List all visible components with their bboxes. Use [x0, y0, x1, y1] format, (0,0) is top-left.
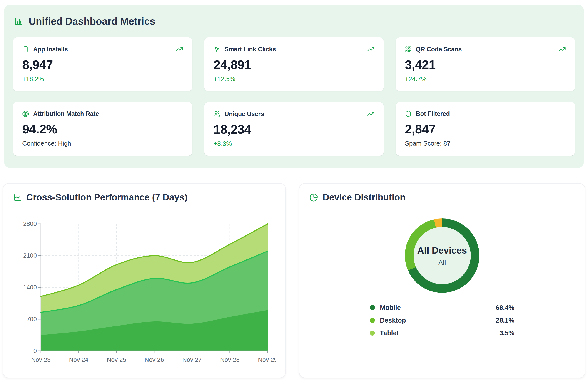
trending-up-icon	[367, 110, 374, 118]
x-axis-tick-label: Nov 27	[182, 356, 202, 363]
legend-value: 68.4%	[496, 304, 514, 311]
kpi-card-app-installs: App Installs 8,947 +18.2%	[13, 38, 192, 91]
qr-code-icon	[405, 46, 412, 53]
stacked-area-chart[interactable]: 0700140021002800Nov 23Nov 24Nov 25Nov 26…	[13, 208, 276, 368]
y-axis-tick-label: 2100	[23, 252, 37, 259]
kpi-card-grid: App Installs 8,947 +18.2% Smart Link Cli…	[13, 38, 575, 156]
kpi-label: App Installs	[33, 46, 68, 53]
kpi-value: 3,421	[405, 57, 566, 72]
kpi-head: Attribution Match Rate	[22, 110, 183, 117]
smartphone-icon	[22, 46, 29, 53]
legend-row-tablet[interactable]: Tablet 3.5%	[370, 329, 514, 337]
mobile-dot-icon	[370, 305, 375, 310]
kpi-delta: +12.5%	[214, 75, 374, 83]
kpi-head: Bot Filtered	[405, 110, 566, 117]
legend-row-desktop[interactable]: Desktop 28.1%	[370, 316, 514, 324]
cross-solution-performance-panel: Cross-Solution Performance (7 Days) 0700…	[3, 183, 286, 378]
x-axis-tick-label: Nov 25	[107, 356, 126, 363]
unified-metrics-section: Unified Dashboard Metrics App Installs 8…	[4, 5, 584, 168]
trending-up-icon	[367, 46, 374, 53]
kpi-delta: +18.2%	[22, 75, 183, 83]
kpi-value: 8,947	[22, 57, 183, 72]
desktop-dot-icon	[370, 318, 375, 323]
device-distribution-panel: Device Distribution All Devices All Mobi…	[299, 183, 585, 378]
kpi-trend	[367, 46, 374, 53]
kpi-head: Unique Users	[214, 110, 374, 118]
kpi-value: 24,891	[214, 57, 374, 72]
kpi-card-bot-filtered: Bot Filtered 2,847 Spam Score: 87	[396, 102, 575, 156]
x-axis-tick-label: Nov 26	[144, 356, 164, 363]
x-axis-tick-label: Nov 24	[69, 356, 89, 363]
performance-panel-title: Cross-Solution Performance (7 Days)	[26, 192, 187, 203]
kpi-head: Smart Link Clicks	[214, 46, 374, 53]
device-donut-chart[interactable]: All Devices All	[405, 218, 479, 293]
y-axis-tick-label: 700	[27, 316, 37, 323]
line-chart-icon	[13, 193, 22, 202]
kpi-trend	[367, 110, 374, 118]
page-title: Unified Dashboard Metrics	[29, 16, 155, 27]
kpi-label: Unique Users	[224, 111, 264, 118]
mouse-pointer-icon	[214, 46, 220, 53]
kpi-delta: +8.3%	[214, 140, 374, 147]
performance-title-row: Cross-Solution Performance (7 Days)	[13, 192, 275, 203]
shield-icon	[405, 111, 412, 117]
kpi-label: QR Code Scans	[416, 46, 462, 53]
pie-chart-icon	[309, 193, 318, 202]
devices-title-row: Device Distribution	[309, 192, 575, 203]
kpi-label: Attribution Match Rate	[33, 110, 99, 117]
y-axis-tick-label: 0	[33, 347, 37, 354]
legend-label: Mobile	[380, 304, 401, 311]
kpi-value: 2,847	[405, 122, 566, 136]
kpi-label: Smart Link Clicks	[224, 46, 276, 53]
device-legend: Mobile 68.4% Desktop 28.1% Tablet 3.5%	[370, 304, 514, 337]
legend-value: 28.1%	[496, 317, 514, 324]
donut-center-subtitle: All	[438, 259, 446, 266]
devices-panel-title: Device Distribution	[323, 192, 406, 203]
kpi-card-unique-users: Unique Users 18,234 +8.3%	[204, 102, 384, 156]
kpi-label: Bot Filtered	[416, 110, 450, 117]
kpi-card-smart-link-clicks: Smart Link Clicks 24,891 +12.5%	[204, 38, 384, 91]
kpi-value: 18,234	[214, 122, 374, 137]
target-icon	[22, 111, 29, 117]
hero-title-row: Unified Dashboard Metrics	[14, 16, 575, 27]
x-axis-tick-label: Nov 23	[31, 356, 51, 363]
legend-label: Tablet	[380, 329, 399, 337]
donut-center: All Devices All	[413, 227, 471, 284]
y-axis-tick-label: 1400	[23, 284, 37, 291]
kpi-trend	[176, 46, 183, 53]
kpi-trend	[558, 46, 566, 53]
kpi-card-qr-code-scans: QR Code Scans 3,421 +24.7%	[396, 38, 575, 91]
donut-center-title: All Devices	[417, 245, 467, 256]
x-axis-tick-label: Nov 28	[220, 356, 240, 363]
trending-up-icon	[558, 46, 566, 53]
legend-row-mobile[interactable]: Mobile 68.4%	[370, 304, 514, 311]
tablet-dot-icon	[370, 330, 375, 336]
trending-up-icon	[176, 46, 183, 53]
kpi-value: 94.2%	[22, 122, 183, 136]
legend-value: 3.5%	[499, 329, 514, 337]
y-axis-tick-label: 2800	[23, 220, 37, 227]
kpi-head: QR Code Scans	[405, 46, 566, 53]
kpi-delta: +24.7%	[405, 75, 566, 83]
x-axis-tick-label: Nov 29	[258, 356, 276, 363]
legend-label: Desktop	[380, 317, 406, 324]
kpi-subtext: Confidence: High	[22, 140, 183, 147]
kpi-subtext: Spam Score: 87	[405, 140, 566, 147]
kpi-card-attribution-match-rate: Attribution Match Rate 94.2% Confidence:…	[13, 102, 192, 156]
users-icon	[214, 111, 220, 117]
kpi-head: App Installs	[22, 46, 183, 53]
bar-chart-icon	[14, 17, 24, 26]
